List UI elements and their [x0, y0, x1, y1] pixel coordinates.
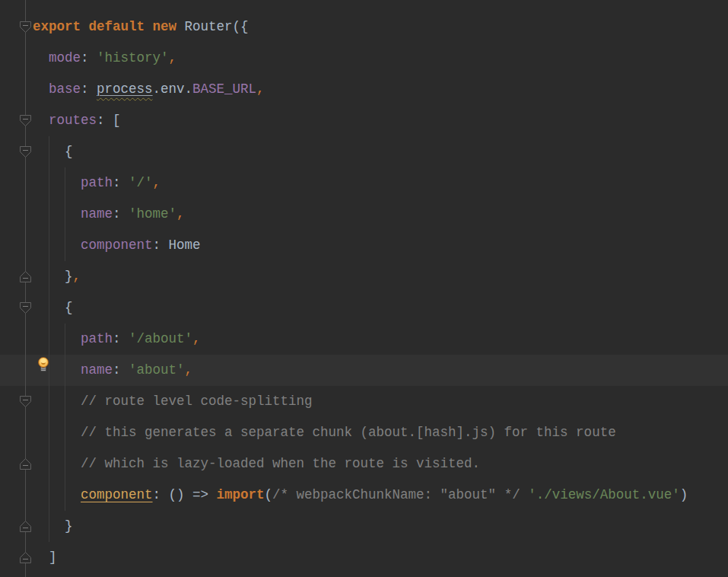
code-token: import — [217, 487, 265, 502]
code-line[interactable]: // route level code-splitting — [33, 386, 728, 417]
code-token: : [ — [97, 113, 121, 128]
code-token: 'home' — [129, 206, 176, 222]
fold-end-icon[interactable] — [19, 457, 32, 470]
code-token: : — [113, 331, 129, 346]
code-token: '/' — [129, 175, 153, 190]
code-token: component — [81, 487, 153, 502]
code-token: : — [153, 237, 169, 253]
code-token: , — [256, 81, 265, 97]
code-token — [520, 487, 529, 502]
code-token: , — [73, 269, 81, 284]
code-token: // which is lazy-loaded when the route i… — [81, 456, 480, 471]
code-token: export default new — [33, 19, 176, 34]
code-line[interactable]: base: process.env.BASE_URL, — [33, 74, 728, 105]
code-line[interactable]: component: Home — [33, 230, 728, 261]
code-token: } — [65, 269, 73, 284]
code-token: , — [176, 206, 185, 222]
fold-end-icon[interactable] — [19, 270, 32, 283]
code-token: , — [153, 175, 161, 190]
fold-end-icon[interactable] — [19, 551, 32, 564]
code-line[interactable]: // which is lazy-loaded when the route i… — [33, 448, 728, 480]
code-line[interactable]: name: 'about', — [33, 355, 728, 386]
code-token: // this generates a separate chunk (abou… — [81, 425, 616, 440]
code-token: : — [113, 206, 129, 222]
code-token: process — [97, 81, 153, 97]
code-token: BASE_URL — [192, 81, 256, 97]
code-token: : — [81, 81, 97, 97]
code-editor: export default new Router({ mode: 'histo… — [0, 0, 728, 577]
code-token: { — [65, 300, 73, 315]
fold-start-icon[interactable] — [19, 21, 32, 33]
code-line[interactable]: export default new Router({ — [33, 11, 728, 43]
code-token: '/about' — [129, 331, 192, 346]
code-token: 'history' — [97, 50, 169, 65]
code-token: component — [81, 237, 153, 253]
code-token: path — [81, 331, 113, 346]
code-line[interactable]: routes: [ — [33, 105, 728, 136]
code-token: Home — [169, 237, 201, 253]
code-token: : — [113, 175, 129, 190]
code-line[interactable]: } — [33, 511, 728, 542]
code-token: 'about' — [129, 362, 185, 378]
code-token: , — [192, 331, 201, 346]
code-line[interactable]: { — [33, 136, 728, 167]
fold-start-icon[interactable] — [19, 301, 32, 314]
code-line[interactable]: name: 'home', — [33, 199, 728, 230]
code-line[interactable]: path: '/', — [33, 167, 728, 199]
code-token: routes — [49, 113, 97, 128]
code-token: } — [65, 518, 73, 534]
code-token: './views/About.vue' — [528, 487, 680, 502]
code-token: { — [65, 144, 73, 159]
fold-start-icon[interactable] — [19, 145, 32, 158]
code-token: , — [169, 50, 177, 65]
fold-end-icon[interactable] — [19, 520, 32, 533]
code-token: name — [81, 206, 113, 222]
code-token: , — [185, 362, 193, 378]
code-lines[interactable]: export default new Router({ mode: 'histo… — [33, 11, 728, 573]
code-token: path — [81, 175, 113, 190]
code-token: ( — [265, 487, 273, 502]
code-token: : — [81, 50, 97, 65]
code-token: /* webpackChunkName: "about" */ — [272, 487, 520, 502]
code-token: ) — [680, 487, 688, 502]
code-token: // route level code-splitting — [81, 394, 313, 409]
code-line[interactable]: mode: 'history', — [33, 43, 728, 74]
code-line[interactable]: { — [33, 292, 728, 324]
code-line[interactable]: ] — [33, 542, 728, 573]
code-token: : () => — [153, 487, 217, 502]
code-line[interactable]: // this generates a separate chunk (abou… — [33, 417, 728, 448]
code-line[interactable]: }, — [33, 261, 728, 292]
gutter-fold-line — [25, 0, 26, 577]
code-token: ] — [49, 550, 57, 565]
fold-start-icon[interactable] — [19, 395, 32, 408]
code-token: .env. — [153, 81, 193, 97]
code-token: name — [81, 362, 113, 378]
code-line[interactable]: path: '/about', — [33, 324, 728, 355]
gutter — [0, 0, 33, 577]
code-token: Router({ — [176, 19, 249, 34]
code-token: base — [49, 81, 81, 97]
code-token: mode — [49, 50, 81, 65]
code-token: : — [113, 362, 129, 378]
fold-start-icon[interactable] — [19, 114, 32, 127]
code-line[interactable]: component: () => import(/* webpackChunkN… — [33, 480, 728, 511]
